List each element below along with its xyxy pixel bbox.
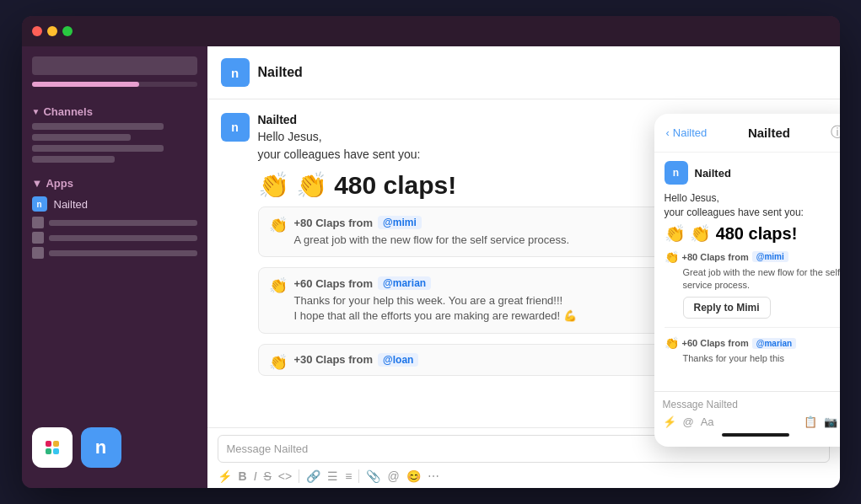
mobile-clap-count-1: +80 Claps from <box>682 252 749 262</box>
info-icon[interactable]: ⓘ <box>831 124 839 142</box>
mobile-at-icon[interactable]: @ <box>683 416 694 428</box>
clap-emoji-1: 👏 <box>258 171 289 199</box>
minimize-button[interactable] <box>47 26 57 36</box>
sidebar: ▼ Channels ▼ Apps n Nailted <box>22 46 207 488</box>
toolbar-divider-2 <box>358 469 359 483</box>
apps-section: ▼ Apps n Nailted <box>22 172 207 267</box>
mobile-clap-emoji-icon-2: 👏 <box>665 336 679 350</box>
mobile-lightning-icon[interactable]: ⚡ <box>663 416 676 428</box>
app-body: ▼ Channels ▼ Apps n Nailted <box>22 46 840 488</box>
mobile-messages[interactable]: n Nailted Hello Jesus, your colleagues h… <box>654 153 840 391</box>
mobile-claps-headline: 👏 👏 480 claps! <box>665 223 840 244</box>
nailted-sidebar-item[interactable]: n Nailted <box>32 196 197 212</box>
slack-icon[interactable] <box>32 427 73 468</box>
input-placeholder: Message Nailted <box>227 442 309 455</box>
mini-icon <box>32 217 44 228</box>
close-button[interactable] <box>32 26 42 36</box>
lightning-icon[interactable]: ⚡ <box>218 469 232 483</box>
mobile-title: Nailted <box>748 126 790 140</box>
maximize-button[interactable] <box>62 26 73 36</box>
nailted-large-icon[interactable]: n <box>81 427 121 468</box>
mention-icon[interactable]: @ <box>387 469 399 483</box>
attachment-icon[interactable]: 📎 <box>366 469 380 483</box>
bold-icon[interactable]: B <box>239 469 247 483</box>
greeting-text: Hello Jesus, <box>258 130 322 143</box>
mobile-clap-emoji-1: 👏 <box>665 224 686 243</box>
mobile-text-icon[interactable]: Aa <box>701 416 714 428</box>
channel-item[interactable] <box>32 156 115 163</box>
toolbar-divider-1 <box>299 469 299 483</box>
channel-item[interactable] <box>32 134 132 141</box>
italic-icon[interactable]: I <box>254 469 257 483</box>
clap-count-2: +60 Claps from <box>294 277 374 290</box>
bot-avatar: n <box>221 58 250 87</box>
mobile-attach-icon[interactable]: 📋 <box>804 416 817 428</box>
mobile-clap-count-2: +60 Claps from <box>682 338 749 348</box>
chat-header: n Nailted <box>207 46 840 99</box>
svg-rect-2 <box>46 448 51 454</box>
clap-user-2[interactable]: @marian <box>378 276 431 290</box>
more-icon[interactable]: ⋯ <box>428 469 439 483</box>
link-icon[interactable]: 🔗 <box>306 469 320 483</box>
code-icon[interactable]: <> <box>278 469 292 483</box>
mobile-reply-btn-1[interactable]: Reply to Mimi <box>683 297 771 319</box>
mobile-camera-icon[interactable]: 📷 <box>824 416 837 428</box>
clap-user-3[interactable]: @loan <box>378 353 418 367</box>
channel-item[interactable] <box>32 123 164 130</box>
apps-title: ▼ Apps <box>32 177 197 190</box>
claps-count: 480 claps! <box>334 171 456 199</box>
mobile-clap-message-1: Great job with the new flow for the self… <box>683 266 840 292</box>
emoji-icon[interactable]: 😊 <box>406 469 421 483</box>
main-chat-area: n Nailted n Nailted Hello Jesus, your co… <box>207 46 840 488</box>
mobile-clap-header-1: 👏 +80 Claps from @mimi <box>665 250 840 264</box>
mini-icon <box>32 232 44 244</box>
mobile-back-label: Nailted <box>673 126 707 139</box>
mobile-clap-1: 👏 +80 Claps from @mimi Great job with th… <box>665 250 840 329</box>
clap-user-1[interactable]: @mimi <box>378 216 422 229</box>
channels-section: ▼ Channels <box>22 100 207 172</box>
svg-rect-1 <box>53 441 59 447</box>
apps-arrow-icon: ▼ <box>32 177 43 190</box>
clap-emoji-2: 👏 <box>296 171 327 199</box>
mini-text <box>49 250 197 256</box>
ordered-list-icon[interactable]: ≡ <box>345 469 352 483</box>
mobile-clap-user-1[interactable]: @mimi <box>752 251 788 262</box>
mini-icon <box>32 247 44 259</box>
strikethrough-icon[interactable]: S <box>264 469 272 483</box>
mini-item[interactable] <box>32 247 197 259</box>
mobile-input[interactable]: Message Nailted <box>663 399 840 410</box>
browser-window: ▼ Channels ▼ Apps n Nailted <box>22 16 840 488</box>
nailted-small-icon: n <box>32 196 47 212</box>
mobile-input-area: Message Nailted ⚡ @ Aa 📋 📷 › <box>654 391 840 447</box>
mini-item[interactable] <box>32 217 197 228</box>
mobile-greeting: Hello Jesus, your colleagues have sent y… <box>665 191 840 220</box>
nailted-sidebar-label: Nailted <box>54 198 88 211</box>
mobile-clap-user-2[interactable]: @marian <box>752 338 797 349</box>
sidebar-mini-items <box>32 217 197 259</box>
mobile-overlay: ‹ Nailted Nailted ⓘ n Nailted Hello Jesu… <box>654 114 840 447</box>
clap-count-1: +80 Claps from <box>294 217 374 229</box>
sidebar-search[interactable] <box>32 56 197 75</box>
message-avatar: n <box>221 113 250 142</box>
svg-rect-3 <box>53 448 59 454</box>
clap-icon-1: 👏 <box>269 216 288 234</box>
mobile-clap-header-2: 👏 +60 Claps from @marian <box>665 336 840 350</box>
sidebar-bottom: n <box>22 417 207 478</box>
channel-item[interactable] <box>32 145 164 152</box>
clap-icon-2: 👏 <box>269 276 288 295</box>
mini-item[interactable] <box>32 232 197 244</box>
mini-text <box>49 235 197 241</box>
mobile-home-bar <box>722 433 789 437</box>
mobile-clap-2: 👏 +60 Claps from @marian Thanks for your… <box>665 336 840 373</box>
chat-header-title: Nailted <box>258 65 303 80</box>
mini-text <box>49 220 197 226</box>
sidebar-progress-bar <box>32 82 139 87</box>
mobile-reply-label-1: Reply to Mimi <box>694 302 760 314</box>
mobile-bot-name: Nailted <box>695 167 731 180</box>
mobile-clap-emoji-icon-1: 👏 <box>665 250 679 264</box>
mobile-back-button[interactable]: ‹ Nailted <box>666 126 708 139</box>
mobile-clap-message-2: Thanks for your help this <box>683 352 840 365</box>
svg-rect-0 <box>46 441 51 447</box>
clap-count-3: +30 Claps from <box>294 353 374 366</box>
list-icon[interactable]: ☰ <box>327 469 338 483</box>
